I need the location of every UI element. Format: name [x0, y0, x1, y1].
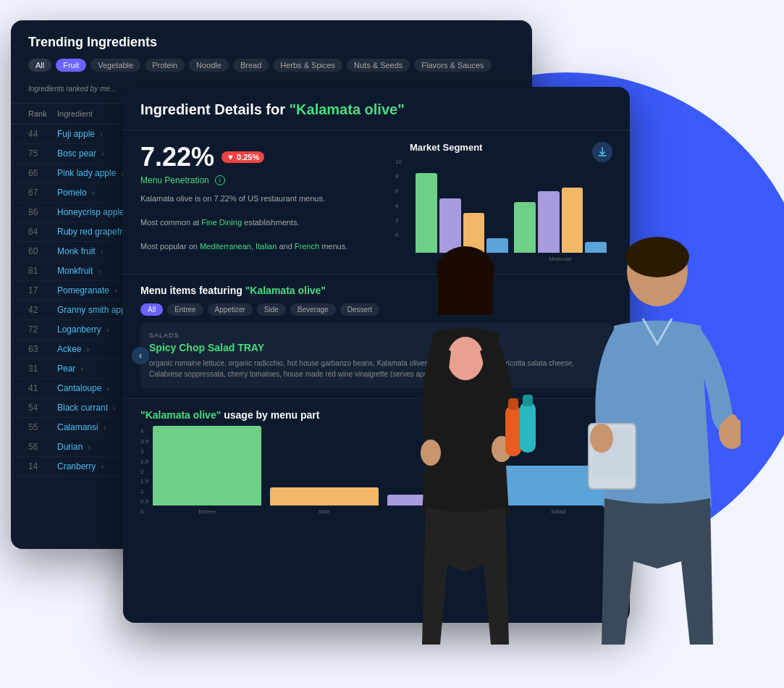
filter-tab-noodle[interactable]: Noodle: [189, 59, 229, 72]
filter-tab-protein[interactable]: Protein: [145, 59, 185, 72]
svg-rect-9: [523, 395, 533, 406]
y-label-15: 1.5: [140, 478, 148, 484]
fine-dining-link[interactable]: Fine Dining: [201, 218, 242, 227]
filter-tab-nuts[interactable]: Nuts & Seeds: [347, 59, 410, 72]
filter-tab-all[interactable]: All: [28, 59, 51, 72]
filter-tab-vegetable[interactable]: Vegetable: [90, 59, 140, 72]
y-label-05: 0.5: [140, 498, 148, 505]
y-label-0: 0: [140, 508, 148, 515]
chart-title: Market Segment: [410, 142, 612, 153]
svg-point-4: [421, 440, 441, 466]
usage-bar-entree: Entree: [153, 426, 261, 515]
y-label-3: 3: [140, 448, 148, 455]
man-silhouette: [574, 225, 741, 645]
svg-rect-13: [728, 414, 737, 435]
metric-percentage: 7.22%: [140, 142, 214, 172]
front-panel-title: Ingredient Details for "Kalamata olive": [140, 101, 612, 118]
usage-bar-entree-label: Entree: [198, 508, 216, 515]
tab-all[interactable]: All: [140, 303, 163, 316]
svg-rect-7: [508, 398, 518, 410]
svg-point-16: [590, 424, 613, 453]
svg-point-11: [625, 237, 689, 277]
svg-rect-2: [438, 272, 493, 315]
filter-tab-herbs[interactable]: Herbs & Spices: [273, 59, 342, 72]
usage-bar-side-label: Side: [319, 508, 330, 515]
filter-tab-flavors[interactable]: Flavors & Sauces: [414, 59, 491, 72]
woman-silhouette: [393, 239, 538, 645]
italian-link[interactable]: Italian: [256, 242, 277, 251]
svg-rect-6: [505, 406, 521, 456]
filter-tab-bread[interactable]: Bread: [233, 59, 269, 72]
menu-items-ingredient: "Kalamata olive": [245, 285, 326, 296]
svg-rect-8: [520, 402, 536, 453]
y-label-25: 2.5: [140, 458, 148, 465]
rank-header: Rank: [28, 109, 57, 118]
tab-entree[interactable]: Entree: [167, 303, 203, 316]
people-image: [335, 152, 755, 645]
ingredient-name-title: "Kalamata olive": [290, 101, 405, 117]
filter-tab-fruit[interactable]: Fruit: [56, 59, 86, 72]
info-icon: i: [215, 175, 225, 185]
y-label-35: 3.5: [140, 438, 148, 445]
usage-ingredient: "Kalamata olive": [140, 409, 221, 421]
french-link[interactable]: French: [295, 242, 319, 251]
carousel-prev-button[interactable]: ‹: [132, 347, 149, 364]
usage-bar-entree-bar: [153, 426, 261, 505]
metric-badge: ▼ 0.25%: [222, 151, 264, 163]
tab-appetizer[interactable]: Appetizer: [208, 303, 253, 316]
y-label-2: 2: [140, 469, 148, 475]
svg-point-3: [447, 337, 484, 380]
mediterranean-link[interactable]: Mediterranean: [200, 242, 251, 251]
back-panel-title: Trending Ingredients: [28, 35, 515, 50]
tab-side[interactable]: Side: [257, 303, 286, 316]
y-label-1: 1: [140, 488, 148, 495]
y-label-4: 4: [140, 428, 148, 435]
front-panel-header: Ingredient Details for "Kalamata olive": [123, 87, 630, 130]
filter-tabs-container: All Fruit Vegetable Protein Noodle Bread…: [28, 59, 515, 72]
tab-beverage[interactable]: Beverage: [290, 303, 336, 316]
